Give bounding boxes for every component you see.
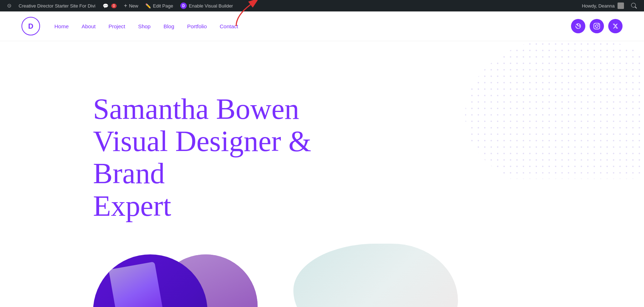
user-avatar bbox=[618, 3, 624, 9]
portfolio-card-right[interactable] bbox=[293, 244, 465, 307]
social-icons bbox=[571, 19, 623, 33]
main-content: Samantha Bowen Visual Designer & Brand E… bbox=[0, 43, 644, 307]
edit-page-button[interactable]: ✏️ Edit Page bbox=[142, 0, 176, 11]
portfolio-section bbox=[0, 222, 644, 307]
header-left: D Home About Project Shop Blog Portfolio… bbox=[21, 17, 238, 35]
nav-contact[interactable]: Contact bbox=[220, 23, 238, 29]
divi-icon: D bbox=[180, 3, 187, 9]
site-logo[interactable]: D bbox=[21, 17, 40, 35]
pencil-icon: ✏️ bbox=[145, 3, 151, 9]
portfolio-card-left[interactable] bbox=[93, 251, 272, 307]
new-content-button[interactable]: + New bbox=[120, 0, 142, 11]
wp-logo-icon[interactable] bbox=[4, 0, 15, 11]
main-nav: Home About Project Shop Blog Portfolio C… bbox=[54, 23, 238, 29]
nav-about[interactable]: About bbox=[82, 23, 96, 29]
instagram-button[interactable] bbox=[590, 19, 604, 33]
admin-search-button[interactable] bbox=[628, 0, 640, 11]
admin-bar: Creative Director Starter Site For Divi … bbox=[0, 0, 644, 11]
admin-bar-right: Howdy, Deanna bbox=[578, 0, 640, 11]
x-twitter-button[interactable] bbox=[608, 19, 623, 33]
howdy-menu[interactable]: Howdy, Deanna bbox=[578, 0, 628, 11]
blob-card bbox=[293, 244, 458, 307]
dribbble-button[interactable] bbox=[571, 19, 585, 33]
nav-portfolio[interactable]: Portfolio bbox=[187, 23, 207, 29]
enable-visual-builder-button[interactable]: D Enable Visual Builder bbox=[177, 0, 236, 11]
plus-icon: + bbox=[124, 3, 127, 9]
nav-home[interactable]: Home bbox=[54, 23, 69, 29]
comments-count: 0 bbox=[111, 4, 117, 8]
hero-title: Samantha Bowen Visual Designer & Brand E… bbox=[93, 93, 386, 222]
nav-blog[interactable]: Blog bbox=[164, 23, 174, 29]
site-title[interactable]: Creative Director Starter Site For Divi bbox=[15, 0, 99, 11]
hero-section: Samantha Bowen Visual Designer & Brand E… bbox=[0, 64, 644, 222]
nav-project[interactable]: Project bbox=[108, 23, 125, 29]
comments-link[interactable]: 💬 0 bbox=[99, 0, 121, 11]
nav-shop[interactable]: Shop bbox=[138, 23, 151, 29]
comments-icon: 💬 bbox=[103, 3, 108, 9]
site-header: D Home About Project Shop Blog Portfolio… bbox=[0, 11, 644, 41]
